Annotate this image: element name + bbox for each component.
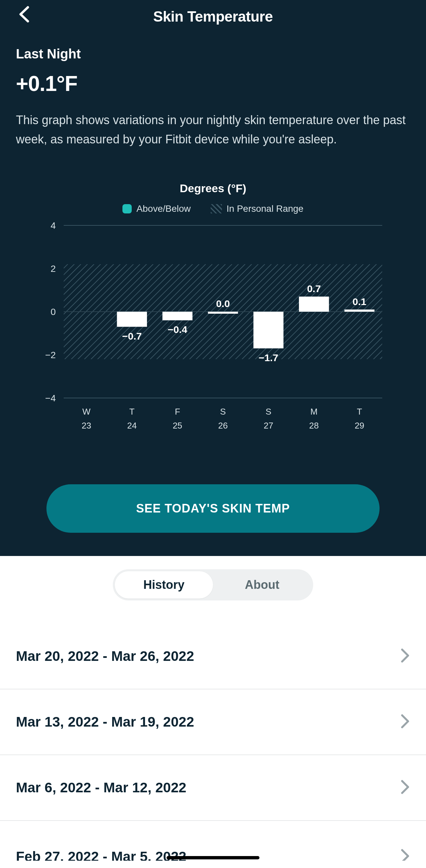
svg-text:−2: −2 bbox=[45, 350, 56, 360]
chevron-right-icon bbox=[401, 648, 410, 664]
history-label: Feb 27, 2022 - Mar 5, 2022 bbox=[16, 849, 187, 861]
back-icon[interactable] bbox=[17, 6, 33, 24]
legend-above-below: Above/Below bbox=[123, 204, 191, 214]
svg-text:26: 26 bbox=[218, 421, 228, 431]
header: Skin Temperature bbox=[0, 0, 426, 33]
svg-text:T: T bbox=[129, 407, 135, 416]
delta-value: +0.1°F bbox=[16, 71, 410, 96]
svg-text:28: 28 bbox=[309, 421, 319, 431]
svg-text:27: 27 bbox=[264, 421, 273, 431]
svg-text:24: 24 bbox=[127, 421, 137, 431]
chevron-right-icon bbox=[401, 780, 410, 796]
chart-legend: Above/Below In Personal Range bbox=[16, 204, 410, 214]
tab-history-label: History bbox=[143, 578, 185, 592]
tabs: History About bbox=[113, 569, 313, 600]
svg-text:2: 2 bbox=[51, 264, 56, 274]
history-row[interactable]: Mar 6, 2022 - Mar 12, 2022 bbox=[0, 755, 426, 821]
cta-label: SEE TODAY'S SKIN TEMP bbox=[136, 501, 290, 516]
svg-text:T: T bbox=[357, 407, 362, 416]
legend-above-label: Above/Below bbox=[136, 204, 191, 214]
see-today-button[interactable]: SEE TODAY'S SKIN TEMP bbox=[46, 484, 380, 533]
legend-range-label: In Personal Range bbox=[227, 204, 303, 214]
chart-description: This graph shows variations in your nigh… bbox=[16, 111, 410, 149]
svg-text:M: M bbox=[310, 407, 318, 416]
legend-in-range: In Personal Range bbox=[211, 204, 303, 214]
svg-text:23: 23 bbox=[81, 421, 91, 431]
svg-rect-25 bbox=[254, 312, 284, 348]
history-row[interactable]: Mar 20, 2022 - Mar 26, 2022 bbox=[0, 624, 426, 689]
svg-rect-21 bbox=[208, 312, 238, 314]
history-label: Mar 6, 2022 - Mar 12, 2022 bbox=[16, 780, 187, 796]
last-night-label: Last Night bbox=[16, 46, 410, 61]
history-row[interactable]: Feb 27, 2022 - Mar 5, 2022 bbox=[0, 821, 426, 861]
history-label: Mar 20, 2022 - Mar 26, 2022 bbox=[16, 648, 194, 664]
svg-text:0.7: 0.7 bbox=[307, 283, 321, 294]
history-list: Mar 20, 2022 - Mar 26, 2022 Mar 13, 2022… bbox=[0, 624, 426, 861]
svg-text:W: W bbox=[82, 407, 91, 416]
svg-rect-17 bbox=[163, 312, 193, 320]
svg-text:−0.7: −0.7 bbox=[122, 331, 142, 342]
svg-text:0: 0 bbox=[51, 307, 56, 317]
chart-area: Degrees (°F) Above/Below In Personal Ran… bbox=[0, 182, 426, 434]
svg-text:29: 29 bbox=[355, 421, 364, 431]
swatch-range-icon bbox=[211, 204, 222, 213]
home-indicator bbox=[167, 856, 259, 859]
svg-rect-29 bbox=[299, 297, 329, 312]
svg-text:S: S bbox=[220, 407, 226, 416]
svg-rect-13 bbox=[117, 312, 147, 327]
tab-about-label: About bbox=[245, 578, 280, 592]
skin-temp-chart[interactable]: 420−2−4W23−0.7T24−0.4F250.0S26−1.7S270.7… bbox=[31, 222, 395, 434]
tab-history[interactable]: History bbox=[115, 571, 213, 598]
svg-text:0.1: 0.1 bbox=[353, 296, 367, 307]
svg-text:−1.7: −1.7 bbox=[259, 352, 278, 363]
svg-text:0.0: 0.0 bbox=[216, 298, 230, 309]
chevron-right-icon bbox=[401, 714, 410, 730]
chart-title: Degrees (°F) bbox=[16, 182, 410, 195]
svg-text:25: 25 bbox=[172, 421, 182, 431]
svg-rect-33 bbox=[345, 310, 374, 312]
chevron-right-icon bbox=[401, 849, 410, 861]
svg-text:−0.4: −0.4 bbox=[168, 324, 188, 335]
history-row[interactable]: Mar 13, 2022 - Mar 19, 2022 bbox=[0, 689, 426, 755]
svg-text:−4: −4 bbox=[45, 393, 56, 403]
page-title: Skin Temperature bbox=[153, 8, 273, 25]
tab-about[interactable]: About bbox=[213, 571, 311, 598]
svg-text:S: S bbox=[265, 407, 271, 416]
history-label: Mar 13, 2022 - Mar 19, 2022 bbox=[16, 714, 194, 730]
svg-text:4: 4 bbox=[51, 222, 56, 231]
svg-text:F: F bbox=[175, 407, 180, 416]
swatch-above-icon bbox=[123, 204, 132, 213]
